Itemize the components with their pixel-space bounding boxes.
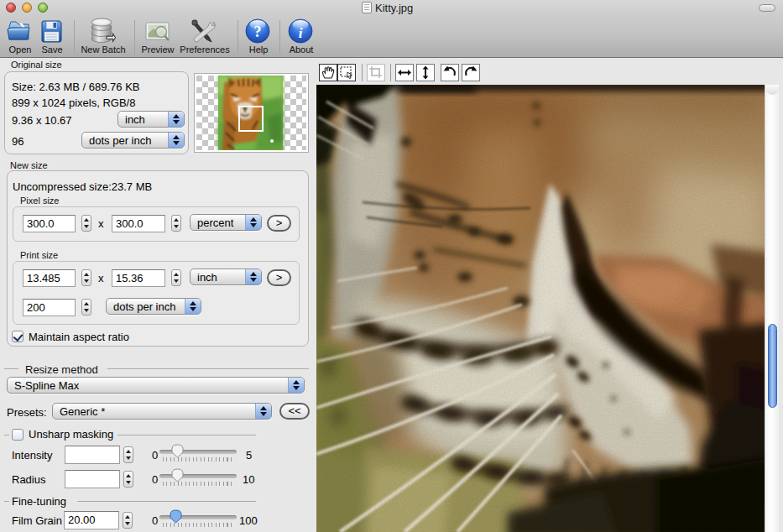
- svg-text:?: ?: [254, 23, 262, 40]
- svg-text:i: i: [299, 25, 303, 41]
